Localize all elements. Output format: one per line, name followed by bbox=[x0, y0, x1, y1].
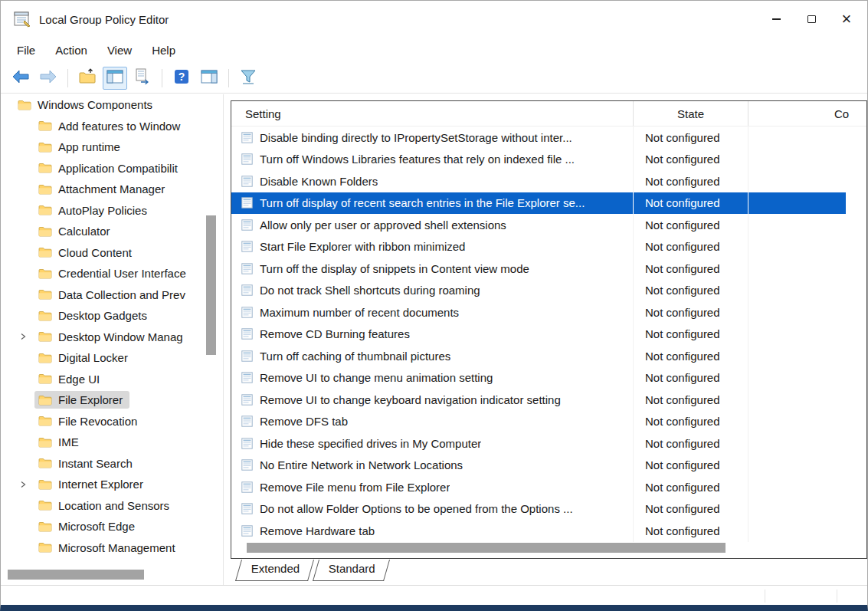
app-icon bbox=[13, 10, 31, 28]
policy-setting-row[interactable]: Do not allow Folder Options to be opened… bbox=[231, 498, 866, 521]
policy-setting-icon bbox=[241, 219, 253, 231]
policy-setting-row[interactable]: Remove File menu from File Explorer Not … bbox=[231, 476, 866, 498]
policy-setting-row[interactable]: Remove UI to change menu animation setti… bbox=[231, 367, 866, 389]
filter-funnel-icon bbox=[240, 69, 257, 87]
policy-setting-row[interactable]: Turn off display of recent search entrie… bbox=[231, 192, 866, 215]
back-button[interactable] bbox=[8, 67, 33, 90]
tree-item-microsoft-management[interactable]: Microsoft Management bbox=[2, 537, 223, 559]
setting-name: Turn off caching of thumbnail pictures bbox=[260, 350, 450, 363]
help-button[interactable]: ? bbox=[169, 67, 194, 90]
menu-action[interactable]: Action bbox=[45, 40, 97, 61]
column-header-state[interactable]: State bbox=[634, 101, 748, 126]
policy-setting-row[interactable]: Maximum number of recent documents Not c… bbox=[231, 301, 866, 324]
tree-item-internet-explorer[interactable]: Internet Explorer bbox=[2, 474, 223, 495]
tree-root-label: Windows Components bbox=[38, 98, 152, 111]
tree-item-location-and-sensors[interactable]: Location and Sensors bbox=[2, 495, 223, 517]
maximize-button[interactable] bbox=[794, 1, 829, 38]
menu-view[interactable]: View bbox=[97, 40, 142, 61]
setting-name: Remove File menu from File Explorer bbox=[260, 481, 450, 494]
up-one-level-button[interactable] bbox=[75, 67, 100, 90]
row-filler bbox=[846, 258, 866, 280]
tree-item-ime[interactable]: IME bbox=[2, 432, 223, 453]
setting-comment bbox=[748, 301, 846, 324]
export-list-button[interactable] bbox=[130, 67, 155, 90]
policy-setting-row[interactable]: Remove UI to change keyboard navigation … bbox=[231, 389, 866, 411]
tree-item-instant-search[interactable]: Instant Search bbox=[2, 453, 223, 475]
forward-button[interactable] bbox=[36, 67, 61, 90]
filter-button[interactable] bbox=[236, 67, 260, 90]
tree-item-microsoft-edge[interactable]: Microsoft Edge bbox=[2, 516, 223, 537]
tree-item-app-runtime[interactable]: App runtime bbox=[2, 136, 223, 158]
row-filler bbox=[846, 301, 866, 324]
forward-arrow-icon bbox=[39, 69, 57, 87]
menu-file[interactable]: File bbox=[7, 40, 45, 61]
policy-setting-icon bbox=[241, 459, 253, 471]
setting-state: Not configured bbox=[634, 170, 748, 192]
tree-item-attachment-manager[interactable]: Attachment Manager bbox=[2, 179, 223, 200]
tree-root-windows-components[interactable]: Windows Components bbox=[2, 94, 223, 116]
tree-item-data-collection-and-prev[interactable]: Data Collection and Prev bbox=[2, 284, 223, 306]
policy-setting-row[interactable]: Disable binding directly to IPropertySet… bbox=[231, 126, 866, 149]
setting-name: Do not allow Folder Options to be opened… bbox=[260, 502, 573, 515]
tree-item-desktop-gadgets[interactable]: Desktop Gadgets bbox=[2, 305, 223, 327]
policy-setting-row[interactable]: No Entire Network in Network Locations N… bbox=[231, 455, 866, 477]
policy-setting-row[interactable]: Remove DFS tab Not configured bbox=[231, 411, 866, 433]
tree-item-digital-locker[interactable]: Digital Locker bbox=[2, 347, 223, 369]
row-filler bbox=[846, 192, 866, 215]
tree-item-label: Application Compatibilit bbox=[58, 162, 178, 175]
list-horizontal-scrollbar[interactable] bbox=[247, 543, 726, 553]
setting-comment bbox=[748, 389, 846, 411]
policy-setting-row[interactable]: Turn off the display of snippets in Cont… bbox=[231, 258, 866, 280]
policy-setting-icon bbox=[241, 503, 253, 514]
policy-setting-icon bbox=[241, 394, 253, 406]
policy-setting-row[interactable]: Disable Known Folders Not configured bbox=[231, 170, 866, 192]
policy-setting-row[interactable]: Start File Explorer with ribbon minimize… bbox=[231, 236, 866, 258]
list-header: Setting State Co bbox=[231, 101, 866, 126]
row-filler bbox=[846, 236, 866, 258]
tree-item-file-explorer[interactable]: File Explorer bbox=[2, 389, 223, 411]
tree-item-cloud-content[interactable]: Cloud Content bbox=[2, 242, 223, 264]
policy-setting-row[interactable]: Remove Hardware tab Not configured bbox=[231, 520, 866, 542]
maximize-icon bbox=[807, 15, 816, 23]
policy-setting-icon bbox=[241, 481, 253, 493]
close-button[interactable]: × bbox=[829, 1, 864, 38]
setting-name: No Entire Network in Network Locations bbox=[260, 458, 463, 471]
setting-comment bbox=[748, 149, 846, 171]
setting-comment bbox=[748, 170, 846, 192]
minimize-button[interactable] bbox=[758, 1, 794, 38]
policy-setting-row[interactable]: Turn off Windows Libraries features that… bbox=[231, 149, 866, 171]
tab-standard[interactable]: Standard bbox=[313, 560, 390, 581]
show-hide-action-pane-button[interactable] bbox=[197, 67, 221, 90]
menu-help[interactable]: Help bbox=[142, 40, 185, 61]
policy-setting-icon bbox=[241, 241, 253, 252]
column-header-setting[interactable]: Setting bbox=[231, 101, 634, 126]
setting-state: Not configured bbox=[634, 258, 748, 280]
setting-name: Remove UI to change menu animation setti… bbox=[260, 371, 493, 384]
column-header-comment[interactable]: Co bbox=[748, 101, 866, 126]
policy-setting-row[interactable]: Allow only per user or approved shell ex… bbox=[231, 214, 866, 236]
folder-icon bbox=[38, 247, 52, 258]
menu-bar: File Action View Help bbox=[1, 38, 867, 63]
tab-extended[interactable]: Extended bbox=[235, 560, 314, 581]
policy-setting-row[interactable]: Do not track Shell shortcuts during roam… bbox=[231, 280, 866, 302]
tree-item-file-revocation[interactable]: File Revocation bbox=[2, 411, 223, 432]
setting-comment bbox=[748, 324, 846, 346]
tree-item-autoplay-policies[interactable]: AutoPlay Policies bbox=[2, 200, 223, 222]
tree-item-edge-ui[interactable]: Edge UI bbox=[2, 369, 223, 390]
tree-vertical-scrollbar[interactable] bbox=[206, 215, 216, 355]
tree-item-add-features-to-window[interactable]: Add features to Window bbox=[2, 116, 223, 137]
policy-setting-row[interactable]: Hide these specified drives in My Comput… bbox=[231, 432, 866, 455]
tree-item-credential-user-interface[interactable]: Credential User Interface bbox=[2, 263, 223, 284]
folder-icon bbox=[38, 142, 52, 153]
tree-horizontal-scrollbar[interactable] bbox=[8, 570, 144, 580]
tree-item-application-compatibilit[interactable]: Application Compatibilit bbox=[2, 158, 223, 179]
tree-item-label: Microsoft Management bbox=[58, 541, 175, 554]
policy-setting-row[interactable]: Remove CD Burning features Not configure… bbox=[231, 324, 866, 346]
tree-item-desktop-window-manag[interactable]: Desktop Window Manag bbox=[2, 327, 223, 348]
show-hide-console-tree-button[interactable] bbox=[103, 67, 127, 90]
policy-setting-row[interactable]: Turn off caching of thumbnail pictures N… bbox=[231, 345, 866, 367]
tree-item-calculator[interactable]: Calculator bbox=[2, 221, 223, 242]
toolbar-separator bbox=[67, 69, 68, 87]
setting-name: Start File Explorer with ribbon minimize… bbox=[260, 240, 465, 253]
setting-state: Not configured bbox=[634, 192, 748, 215]
